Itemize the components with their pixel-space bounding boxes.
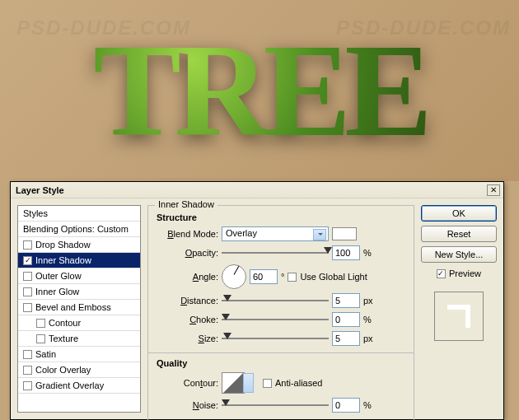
effect-checkbox[interactable]: ✓	[23, 256, 32, 265]
styled-text: TREE	[93, 15, 426, 167]
size-unit: px	[363, 334, 373, 343]
angle-label: Angle:	[157, 272, 218, 282]
distance-unit: px	[363, 296, 373, 306]
titlebar[interactable]: Layer Style ✕	[11, 182, 503, 198]
sidebar-item-color-overlay[interactable]: Color Overlay	[18, 362, 140, 378]
sidebar-styles[interactable]: Styles	[18, 206, 140, 222]
sidebar-item-contour[interactable]: Contour	[18, 315, 140, 331]
effect-label: Texture	[49, 334, 78, 343]
effect-label: Outer Glow	[35, 271, 82, 281]
shadow-color-swatch[interactable]	[332, 227, 357, 240]
effect-checkbox[interactable]	[36, 334, 45, 343]
quality-heading: Quality	[157, 358, 405, 368]
sidebar-blending[interactable]: Blending Options: Custom	[18, 222, 140, 237]
angle-input[interactable]	[250, 269, 278, 284]
noise-unit: %	[363, 400, 372, 410]
sidebar-item-inner-glow[interactable]: Inner Glow	[18, 284, 140, 300]
sidebar-item-gradient-overlay[interactable]: Gradient Overlay	[18, 378, 140, 394]
global-light-checkbox[interactable]	[288, 273, 297, 282]
size-label: Size:	[157, 334, 218, 343]
new-style-button[interactable]: New Style...	[421, 246, 497, 263]
structure-heading: Structure	[157, 212, 405, 222]
layer-style-dialog: Layer Style ✕ Styles Blending Options: C…	[10, 181, 504, 420]
effect-label: Color Overlay	[35, 365, 91, 375]
preview-label: Preview	[449, 268, 481, 278]
noise-input[interactable]	[332, 398, 360, 413]
effect-label: Inner Shadow	[35, 255, 91, 265]
effects-sidebar: Styles Blending Options: Custom Drop Sha…	[17, 205, 141, 413]
effect-checkbox[interactable]	[23, 350, 32, 359]
dialog-buttons: OK Reset New Style... ✓ Preview	[421, 205, 497, 413]
sidebar-item-texture[interactable]: Texture	[18, 331, 140, 347]
contour-label: Contour:	[157, 378, 218, 388]
opacity-unit: %	[363, 248, 372, 258]
dialog-title: Layer Style	[14, 185, 487, 195]
close-button[interactable]: ✕	[487, 184, 500, 196]
effect-label: Gradient Overlay	[35, 380, 104, 390]
distance-slider[interactable]	[222, 295, 329, 306]
effect-checkbox[interactable]	[23, 303, 32, 312]
effect-checkbox[interactable]	[23, 366, 32, 375]
effect-label: Drop Shadow	[35, 240, 91, 250]
blend-mode-select[interactable]: Overlay	[222, 226, 329, 241]
canvas-area: PSD-DUDE.COM PSD-DUDE.COM TREE	[0, 0, 519, 181]
size-slider[interactable]	[222, 333, 329, 344]
size-input[interactable]	[332, 331, 360, 346]
effect-label: Inner Glow	[35, 287, 79, 296]
distance-input[interactable]	[332, 293, 360, 308]
sidebar-item-inner-shadow[interactable]: ✓Inner Shadow	[18, 253, 140, 268]
sidebar-item-drop-shadow[interactable]: Drop Shadow	[18, 237, 140, 253]
antialiased-label: Anti-aliased	[275, 378, 322, 388]
choke-label: Choke:	[157, 315, 218, 324]
effect-label: Bevel and Emboss	[35, 302, 111, 312]
reset-button[interactable]: Reset	[421, 226, 497, 242]
choke-unit: %	[363, 315, 372, 324]
sidebar-item-satin[interactable]: Satin	[18, 347, 140, 362]
preview-swatch	[434, 292, 484, 341]
choke-slider[interactable]	[222, 314, 329, 325]
opacity-input[interactable]	[332, 245, 360, 260]
antialiased-checkbox[interactable]	[263, 379, 272, 388]
blend-mode-label: Blend Mode:	[157, 229, 218, 239]
effect-checkbox[interactable]	[36, 319, 45, 328]
noise-slider[interactable]	[222, 399, 329, 411]
opacity-label: Opacity:	[157, 248, 218, 258]
ok-button[interactable]: OK	[421, 205, 497, 222]
preview-checkbox[interactable]: ✓	[437, 269, 446, 278]
effect-checkbox[interactable]	[23, 272, 32, 281]
angle-dial[interactable]	[222, 264, 246, 289]
panel-title: Inner Shadow	[155, 199, 217, 209]
noise-label: Noise:	[157, 400, 218, 410]
effect-checkbox[interactable]	[23, 381, 32, 390]
choke-input[interactable]	[332, 312, 360, 327]
sidebar-item-bevel-and-emboss[interactable]: Bevel and Emboss	[18, 300, 140, 315]
effect-checkbox[interactable]	[23, 240, 32, 250]
global-light-label: Use Global Light	[300, 272, 367, 282]
sidebar-item-outer-glow[interactable]: Outer Glow	[18, 268, 140, 284]
contour-picker[interactable]	[222, 372, 245, 394]
angle-unit: °	[281, 272, 284, 282]
effect-label: Satin	[35, 349, 56, 359]
opacity-slider[interactable]	[222, 247, 329, 259]
effect-label: Contour	[49, 318, 81, 328]
distance-label: Distance:	[157, 296, 218, 306]
effect-settings: Inner Shadow Structure Blend Mode: Overl…	[147, 205, 414, 413]
effect-checkbox[interactable]	[23, 287, 32, 296]
